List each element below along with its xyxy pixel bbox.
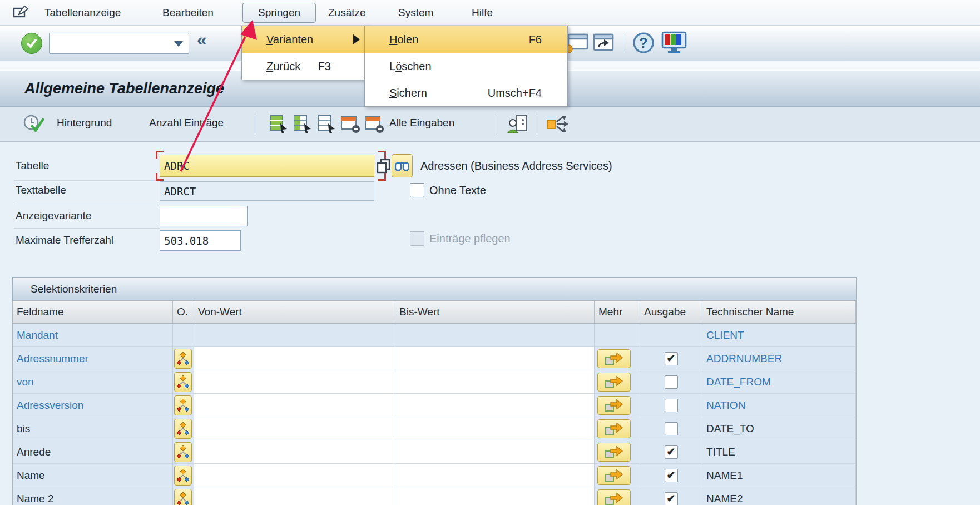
option-select-button[interactable] xyxy=(174,466,192,486)
option-select-button[interactable] xyxy=(174,419,192,439)
menu-item-holen[interactable]: Holen F6 xyxy=(365,26,567,53)
option-select-button[interactable] xyxy=(174,372,192,392)
table-row: Adressnummer✔ADDRNUMBER xyxy=(12,347,857,370)
multiple-selection-button[interactable] xyxy=(597,396,631,415)
tabelle-input[interactable]: ADRC xyxy=(160,155,374,177)
column-header[interactable]: Von-Wert xyxy=(194,301,395,323)
multiple-selection-button[interactable] xyxy=(597,443,631,462)
divider xyxy=(14,228,160,229)
select-partial-icon[interactable] xyxy=(293,115,313,136)
table-row: bisDATE_TO xyxy=(12,417,857,440)
bis-wert-input[interactable] xyxy=(395,347,595,370)
multiple-selection-button[interactable] xyxy=(597,349,631,368)
column-header[interactable]: Feldname xyxy=(13,301,173,323)
user-parameters-icon[interactable] xyxy=(507,115,528,137)
bis-wert-input[interactable] xyxy=(395,487,595,505)
hintergrund-button[interactable]: Hintergrund xyxy=(57,117,112,129)
control-menu-icon[interactable] xyxy=(12,5,30,23)
toolbar-separator xyxy=(623,33,623,52)
bis-wert-input[interactable] xyxy=(395,417,595,440)
field-name[interactable]: Adressversion xyxy=(13,399,83,412)
ausgabe-checkbox[interactable]: ✔ xyxy=(665,492,678,505)
menu-item-varianten[interactable]: Varianten xyxy=(242,26,368,53)
von-wert-input[interactable] xyxy=(194,417,395,440)
multiple-selection-button[interactable] xyxy=(597,466,631,485)
field-name[interactable]: Name 2 xyxy=(13,493,54,505)
focus-bracket xyxy=(156,173,164,181)
field-name[interactable]: Mandant xyxy=(13,329,58,341)
ausgabe-checkbox[interactable]: ✔ xyxy=(665,469,678,482)
bis-wert-input[interactable] xyxy=(395,370,595,394)
bis-wert-input[interactable] xyxy=(395,440,595,464)
menu-bearbeiten[interactable]: Bearbeiten xyxy=(162,7,214,19)
ausgabe-checkbox[interactable] xyxy=(665,422,678,435)
field-name[interactable]: Name xyxy=(13,469,45,482)
multiple-selection-button[interactable] xyxy=(597,419,631,438)
menu-item-sichern[interactable]: Sichern Umsch+F4 xyxy=(365,80,567,106)
select-fields-icon[interactable] xyxy=(269,115,289,136)
technical-name: NATION xyxy=(702,399,745,412)
column-header[interactable]: Mehr xyxy=(595,301,640,323)
ausgabe-checkbox[interactable] xyxy=(665,375,678,389)
menu-hilfe[interactable]: Hilfe xyxy=(472,7,493,19)
column-header[interactable]: Technischer Name xyxy=(702,301,856,323)
delete-row-icon[interactable] xyxy=(340,115,360,136)
bis-wert-input[interactable] xyxy=(395,394,595,417)
customize-layout-icon[interactable] xyxy=(661,31,687,57)
field-name[interactable]: Adressnummer xyxy=(13,353,88,365)
menu-item-loeschen[interactable]: Löschen xyxy=(365,53,567,80)
ausgabe-checkbox[interactable]: ✔ xyxy=(665,352,678,365)
multiple-selection-button[interactable] xyxy=(597,489,631,505)
column-header[interactable]: Ausgabe xyxy=(640,301,702,323)
von-wert-input[interactable] xyxy=(194,464,395,487)
table-row: Name✔NAME1 xyxy=(12,464,857,487)
menu-tabellenanzeige[interactable]: Tabellenanzeige xyxy=(44,7,121,19)
max-trefferzahl-input[interactable]: 503.018 xyxy=(160,230,241,251)
option-select-button[interactable] xyxy=(174,489,192,505)
von-wert-input[interactable] xyxy=(194,440,395,464)
multiple-selection-button[interactable] xyxy=(597,373,631,392)
command-input[interactable] xyxy=(49,33,189,54)
menu-springen[interactable]: Springen xyxy=(242,3,316,23)
help-icon[interactable]: ? xyxy=(632,31,655,57)
enter-button[interactable] xyxy=(21,33,42,54)
delete-all-rows-icon[interactable] xyxy=(364,115,384,136)
option-select-button[interactable] xyxy=(174,349,192,369)
collapse-toolbar-icon[interactable]: « xyxy=(197,29,207,50)
search-help-button[interactable] xyxy=(392,154,413,177)
execute-icon[interactable] xyxy=(23,114,44,136)
menu-item-zurueck[interactable]: Zurück F3 xyxy=(242,53,368,80)
command-dropdown-icon[interactable] xyxy=(174,41,183,47)
texttabelle-input[interactable]: ADRCT xyxy=(160,181,374,201)
menu-system[interactable]: System xyxy=(398,7,433,19)
field-name[interactable]: von xyxy=(13,376,34,388)
von-wert-input xyxy=(194,324,395,347)
ausgabe-checkbox[interactable] xyxy=(665,399,678,412)
option-select-button[interactable] xyxy=(174,395,192,415)
field-name[interactable]: bis xyxy=(13,423,30,435)
alle-eingaben-button[interactable]: Alle Eingaben xyxy=(389,117,454,129)
von-wert-input[interactable] xyxy=(194,370,395,394)
technical-name: DATE_FROM xyxy=(702,376,771,388)
anzeigevariante-input[interactable] xyxy=(160,206,248,226)
technical-name: DATE_TO xyxy=(702,423,754,435)
distribute-icon[interactable] xyxy=(546,115,570,136)
bis-wert-input[interactable] xyxy=(395,464,595,487)
eintraege-pflegen-label: Einträge pflegen xyxy=(429,232,511,245)
field-name[interactable]: Anrede xyxy=(13,446,51,458)
create-shortcut-icon[interactable] xyxy=(593,33,615,56)
von-wert-input[interactable] xyxy=(194,347,395,370)
column-header[interactable]: O. xyxy=(173,301,194,323)
technical-name: NAME1 xyxy=(702,469,743,482)
menu-zusaetze[interactable]: Zusätze xyxy=(328,7,366,19)
von-wert-input[interactable] xyxy=(194,394,395,417)
ausgabe-checkbox[interactable]: ✔ xyxy=(665,445,678,459)
column-header[interactable]: Bis-Wert xyxy=(395,301,595,323)
application-toolbar: Hintergrund Anzahl Einträge xyxy=(0,107,980,142)
von-wert-input[interactable] xyxy=(194,487,395,505)
selection-panel-title: Selektionskriterien xyxy=(12,277,857,300)
option-select-button[interactable] xyxy=(174,442,192,462)
deselect-fields-icon[interactable] xyxy=(317,115,337,136)
anzahl-eintraege-button[interactable]: Anzahl Einträge xyxy=(149,117,224,129)
ohne-texte-checkbox[interactable] xyxy=(410,183,424,197)
